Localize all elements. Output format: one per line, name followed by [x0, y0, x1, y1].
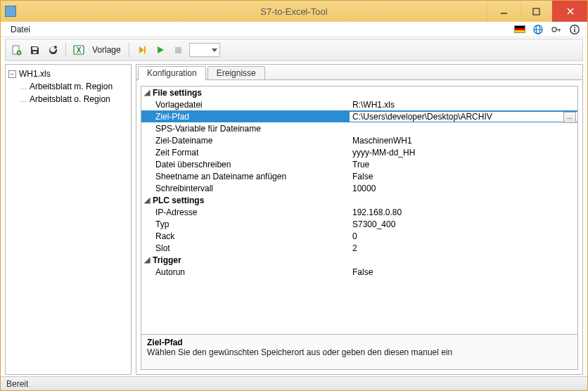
property-value[interactable]: False	[350, 267, 577, 277]
property-category[interactable]: ◢PLC settings	[141, 194, 577, 206]
app-window: S7-to-Excel-Tool Datei	[0, 0, 588, 391]
property-row[interactable]: SPS-Variable für Dateiname	[141, 122, 577, 134]
toolbar: X Vorlage	[5, 39, 583, 61]
tree-view[interactable]: − WH1.xls … Arbeitsblatt m. Region … Arb…	[5, 64, 132, 375]
run-button[interactable]	[153, 42, 168, 58]
property-value[interactable]: R:\WH1.xls	[350, 100, 577, 110]
category-title: PLC settings	[153, 196, 350, 205]
chevron-down-icon	[212, 47, 217, 53]
category-title: File settings	[153, 88, 350, 98]
tree-item[interactable]: … Arbeitsblatt o. Region	[7, 93, 129, 105]
status-bar: Bereit	[1, 376, 587, 390]
property-category[interactable]: ◢Trigger	[141, 254, 577, 266]
menu-file[interactable]: Datei	[5, 23, 36, 36]
property-name: IP-Adresse	[153, 207, 350, 217]
svg-rect-24	[175, 47, 181, 53]
svg-point-7	[552, 27, 556, 32]
svg-rect-17	[32, 47, 37, 50]
property-value[interactable]: C:\Users\developer\Desktop\ARCHIV...	[350, 112, 577, 122]
refresh-button[interactable]	[45, 42, 60, 58]
tree-connector-icon: …	[20, 96, 27, 103]
description-text: Wählen Sie den gewünschten Speicherort a…	[147, 347, 572, 357]
svg-point-11	[574, 27, 575, 28]
property-name: Sheetname an Dateiname anfügen	[153, 172, 350, 181]
tab-configuration[interactable]: Konfiguration	[138, 66, 206, 80]
stop-button[interactable]	[171, 42, 186, 58]
svg-marker-25	[212, 49, 217, 52]
property-name: Autorun	[153, 267, 350, 277]
property-row[interactable]: Datei überschreibenTrue	[141, 158, 577, 170]
property-value[interactable]: S7300_400	[350, 219, 577, 229]
property-name: Ziel-Pfad	[153, 112, 350, 122]
language-flag-icon[interactable]	[514, 24, 525, 35]
main-body: − WH1.xls … Arbeitsblatt m. Region … Arb…	[1, 63, 587, 376]
property-value[interactable]: 0	[350, 231, 577, 241]
property-row[interactable]: Schreibintervall10000	[141, 182, 577, 194]
step-button[interactable]	[134, 42, 150, 58]
property-name: Rack	[153, 231, 350, 241]
expand-icon[interactable]: ◢	[141, 196, 153, 205]
property-value[interactable]: False	[350, 172, 577, 181]
toolbar-dropdown[interactable]	[189, 43, 220, 57]
key-icon[interactable]	[551, 24, 562, 35]
property-row[interactable]: Rack0	[141, 230, 577, 242]
property-name: Datei überschreiben	[153, 160, 350, 169]
property-name: Slot	[153, 243, 350, 253]
property-value[interactable]: 192.168.0.80	[350, 207, 577, 217]
property-grid[interactable]: ◢File settingsVorlagedateiR:\WH1.xlsZiel…	[141, 86, 578, 335]
category-title: Trigger	[153, 255, 350, 265]
titlebar[interactable]: S7-to-Excel-Tool	[1, 1, 587, 22]
svg-rect-22	[144, 46, 146, 53]
info-icon[interactable]	[569, 24, 580, 35]
property-row[interactable]: TypS7300_400	[141, 218, 577, 230]
property-value[interactable]: 10000	[350, 184, 577, 193]
property-row[interactable]: Ziel-DateinameMaschinenWH1	[141, 134, 577, 146]
property-value[interactable]: MaschinenWH1	[350, 136, 577, 146]
tree-root-label: WH1.xls	[19, 69, 51, 79]
property-value[interactable]: True	[350, 160, 577, 169]
property-name: Typ	[153, 219, 350, 229]
property-row[interactable]: Slot2	[141, 242, 577, 254]
property-name: Vorlagedatei	[153, 100, 350, 110]
maximize-button[interactable]	[520, 1, 552, 22]
property-value[interactable]: 2	[350, 243, 577, 253]
property-description: Ziel-Pfad Wählen Sie den gewünschten Spe…	[141, 335, 578, 370]
property-category[interactable]: ◢File settings	[141, 86, 577, 98]
svg-text:X: X	[77, 46, 82, 54]
svg-rect-1	[533, 8, 539, 15]
property-row[interactable]: IP-Adresse192.168.0.80	[141, 206, 577, 218]
tree-item-label: Arbeitsblatt m. Region	[30, 82, 113, 91]
app-icon	[5, 6, 16, 17]
property-name: Zeit Format	[153, 148, 350, 158]
expand-icon[interactable]: ◢	[141, 255, 153, 264]
property-row[interactable]: VorlagedateiR:\WH1.xls	[141, 98, 577, 110]
new-file-button[interactable]	[8, 42, 24, 58]
expand-icon[interactable]: ◢	[141, 88, 153, 97]
tree-item[interactable]: … Arbeitsblatt m. Region	[7, 80, 129, 93]
collapse-icon[interactable]: −	[8, 70, 16, 78]
globe-icon[interactable]	[532, 24, 544, 35]
status-text: Bereit	[6, 379, 28, 389]
svg-marker-21	[139, 46, 144, 53]
tab-events[interactable]: Ereignisse	[207, 66, 265, 80]
minimize-button[interactable]	[487, 1, 520, 22]
svg-marker-23	[158, 46, 164, 53]
property-row[interactable]: Sheetname an Dateiname anfügenFalse	[141, 170, 577, 182]
property-name: Schreibintervall	[153, 184, 350, 193]
tree-root[interactable]: − WH1.xls	[7, 68, 129, 80]
menubar: Datei	[1, 22, 587, 37]
tab-strip: Konfiguration Ereignisse	[136, 65, 582, 80]
right-pane: Konfiguration Ereignisse ◢File settingsV…	[136, 64, 583, 375]
browse-button[interactable]: ...	[563, 112, 576, 123]
property-name: Ziel-Dateiname	[153, 136, 350, 146]
property-value[interactable]: yyyy-MM-dd_HH	[350, 148, 577, 158]
property-row[interactable]: AutorunFalse	[141, 266, 577, 278]
property-row[interactable]: Zeit Formatyyyy-MM-dd_HH	[141, 146, 577, 158]
save-button[interactable]	[27, 42, 42, 58]
tree-connector-icon: …	[20, 83, 27, 91]
description-title: Ziel-Pfad	[147, 338, 572, 347]
excel-icon[interactable]: X	[71, 42, 87, 58]
property-name: SPS-Variable für Dateiname	[153, 124, 350, 134]
property-row[interactable]: Ziel-PfadC:\Users\developer\Desktop\ARCH…	[141, 110, 577, 122]
close-button[interactable]	[552, 1, 587, 22]
